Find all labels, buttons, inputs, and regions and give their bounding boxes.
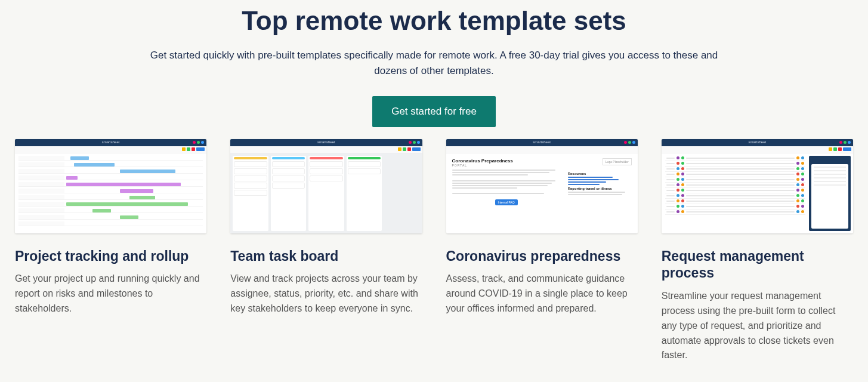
thumb-toolbar: [230, 146, 422, 153]
form-panel-preview: [809, 156, 851, 231]
thumb-app-bar: smartsheet: [662, 139, 853, 146]
template-description: Streamline your request management proce…: [662, 289, 853, 363]
window-controls-icon: [624, 141, 635, 144]
portal-faq-button: Internal FAQ: [495, 199, 518, 205]
portal-subtitle: PORTAL: [452, 164, 561, 167]
template-grid: smartsheet: [15, 139, 853, 363]
template-card-request-management[interactable]: smartsheet: [662, 139, 853, 363]
resources-heading: Resources: [568, 172, 632, 175]
thumb-app-bar: smartsheet: [446, 139, 638, 146]
gantt-preview: [15, 153, 206, 230]
template-card-team-task-board[interactable]: smartsheet: [230, 139, 422, 363]
template-thumbnail: smartsheet Coronavirus Preparedness PORT…: [446, 139, 638, 233]
thumb-app-bar: smartsheet: [230, 139, 422, 146]
brand-label: smartsheet: [749, 140, 767, 144]
template-card-coronavirus-preparedness[interactable]: smartsheet Coronavirus Preparedness PORT…: [446, 139, 638, 363]
brand-label: smartsheet: [317, 140, 335, 144]
request-preview: [662, 153, 853, 233]
kanban-preview: [230, 153, 422, 233]
window-controls-icon: [839, 141, 851, 144]
page: Top remote work template sets Get starte…: [0, 0, 868, 382]
template-thumbnail: smartsheet: [230, 139, 422, 233]
window-controls-icon: [409, 141, 420, 144]
hero-section: Top remote work template sets Get starte…: [136, 6, 733, 127]
thumb-toolbar: [446, 146, 638, 153]
page-subtitle: Get started quickly with pre-built templ…: [148, 48, 721, 79]
template-description: View and track projects across your team…: [230, 272, 422, 316]
thumb-toolbar: [662, 146, 853, 153]
window-controls-icon: [193, 141, 204, 144]
reporting-heading: Reporting travel or illness: [568, 187, 632, 190]
get-started-button[interactable]: Get started for free: [372, 96, 496, 127]
portal-preview: Coronavirus Preparedness PORTAL Internal…: [446, 153, 638, 233]
template-description: Get your project up and running quickly …: [15, 272, 206, 316]
thumb-toolbar: [15, 146, 206, 153]
template-description: Assess, track, and communicate guidance …: [446, 272, 638, 316]
template-title: Request management process: [662, 248, 853, 282]
template-thumbnail: smartsheet: [15, 139, 206, 233]
brand-label: smartsheet: [102, 140, 120, 144]
template-thumbnail: smartsheet: [662, 139, 853, 233]
page-title: Top remote work template sets: [136, 6, 733, 36]
thumb-app-bar: smartsheet: [15, 139, 206, 146]
template-card-project-tracking[interactable]: smartsheet: [15, 139, 206, 363]
portal-title: Coronavirus Preparedness: [452, 158, 561, 164]
template-title: Team task board: [230, 248, 422, 265]
template-title: Coronavirus preparedness: [446, 248, 638, 265]
template-title: Project tracking and rollup: [15, 248, 206, 265]
brand-label: smartsheet: [533, 140, 551, 144]
logo-placeholder: Logo Placeholder: [603, 158, 632, 165]
